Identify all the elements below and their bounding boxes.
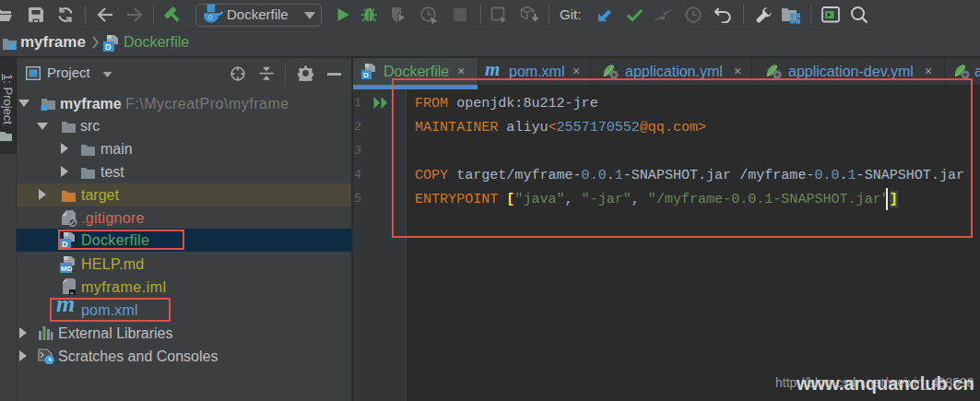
svg-text:MD: MD [61,265,73,273]
svg-text:D: D [363,71,369,79]
svg-text:D: D [105,42,112,52]
